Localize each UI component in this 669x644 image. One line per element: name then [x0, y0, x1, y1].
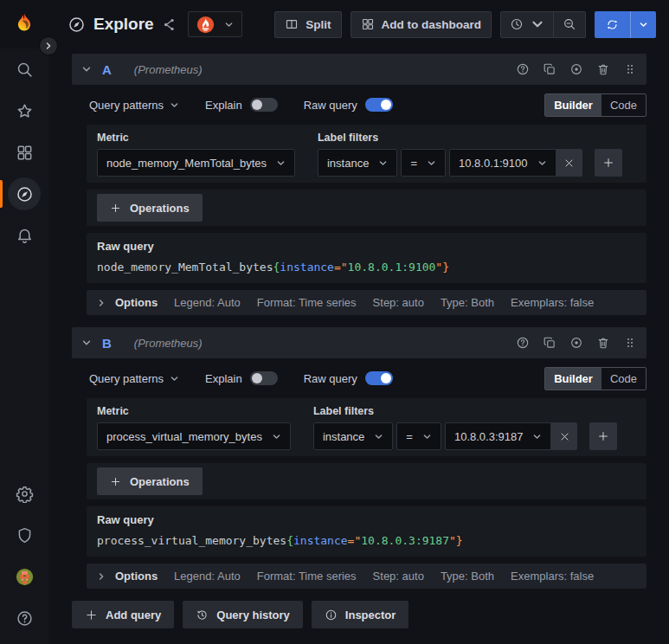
plus-icon — [110, 203, 121, 214]
shield-icon — [16, 526, 34, 544]
remove-filter-button[interactable] — [556, 149, 582, 177]
label-name-select[interactable]: instance — [318, 149, 397, 177]
add-query-button[interactable]: Add query — [72, 601, 174, 628]
builder-mode-tab[interactable]: Builder — [545, 368, 601, 390]
sidebar-item-profile[interactable] — [0, 556, 48, 597]
query-patterns-dropdown[interactable]: Query patterns — [89, 99, 179, 112]
options-type: Type: Both — [441, 296, 494, 309]
options-type: Type: Both — [441, 570, 494, 583]
chevron-down-icon — [170, 374, 179, 383]
options-toggle[interactable]: Options — [97, 570, 158, 583]
columns-icon — [285, 17, 299, 31]
add-filter-button[interactable] — [589, 422, 617, 450]
top-navbar: Explore Split Add to dashboard — [48, 0, 669, 48]
add-operation-button[interactable]: Operations — [97, 194, 203, 222]
time-range-group — [500, 11, 586, 38]
zoom-out-button[interactable] — [553, 12, 585, 37]
trash-icon[interactable] — [596, 62, 610, 76]
chevron-right-icon — [97, 299, 106, 307]
sidebar-item-dashboards[interactable] — [0, 132, 48, 173]
remove-filter-button[interactable] — [551, 422, 577, 450]
query-footer-actions: Add query Query history Inspector — [72, 601, 646, 628]
explain-control: Explain — [205, 98, 278, 112]
copy-icon[interactable] — [543, 336, 556, 350]
chevron-down-icon — [537, 158, 547, 168]
trash-icon[interactable] — [596, 336, 610, 350]
add-to-dashboard-button[interactable]: Add to dashboard — [351, 11, 492, 38]
query-datasource-label: (Prometheus) — [134, 63, 203, 76]
raw-query-text: node_memory_MemTotal_bytes{instance="10.… — [97, 259, 636, 276]
help-circle-icon[interactable] — [516, 336, 530, 350]
chevron-down-icon — [639, 20, 648, 29]
label-operator-select[interactable]: = — [396, 422, 441, 450]
options-format: Format: Time series — [257, 296, 357, 309]
chevron-down-icon — [378, 158, 388, 168]
label-name-select[interactable]: instance — [313, 422, 393, 450]
sidebar-item-explore[interactable] — [0, 173, 48, 215]
chevron-down-icon — [374, 432, 383, 441]
add-filter-button[interactable] — [595, 149, 622, 177]
metric-select[interactable]: node_memory_MemTotal_bytes — [97, 149, 295, 177]
code-mode-tab[interactable]: Code — [601, 368, 646, 390]
raw-query-toggle[interactable] — [365, 98, 393, 112]
plus-icon — [110, 476, 121, 487]
builder-mode-tab[interactable]: Builder — [545, 94, 601, 116]
explain-toggle[interactable] — [250, 371, 278, 385]
run-query-interval-dropdown[interactable] — [630, 11, 656, 38]
sidebar-item-configuration[interactable] — [0, 473, 48, 514]
sidebar-item-help[interactable] — [0, 597, 48, 639]
eye-icon[interactable] — [569, 336, 583, 350]
options-exemplars: Exemplars: false — [511, 296, 594, 309]
raw-query-toggle[interactable] — [365, 371, 393, 385]
share-icon[interactable] — [162, 17, 177, 32]
clock-icon — [510, 17, 524, 31]
copy-icon[interactable] — [543, 62, 556, 76]
options-toggle[interactable]: Options — [97, 296, 158, 309]
query-b-header: B (Prometheus) — [72, 327, 646, 358]
query-b-operations-panel: Operations — [87, 463, 646, 499]
chevron-down-icon — [531, 17, 544, 31]
time-picker-button[interactable] — [501, 12, 553, 37]
label-filters-field: Label filters instance = — [318, 132, 622, 177]
query-history-button[interactable]: Query history — [183, 601, 303, 628]
label-operator-select[interactable]: = — [401, 149, 446, 177]
apps-icon — [16, 144, 34, 162]
page-title: Explore — [93, 15, 154, 34]
bell-icon — [16, 227, 34, 245]
explain-toggle[interactable] — [250, 98, 278, 112]
sidebar-item-alerting[interactable] — [0, 215, 48, 256]
drag-handle-icon[interactable] — [623, 336, 637, 350]
info-circle-icon — [325, 609, 338, 621]
metric-select[interactable]: process_virtual_memory_bytes — [97, 422, 291, 450]
split-button[interactable]: Split — [274, 11, 341, 38]
eye-icon[interactable] — [569, 62, 583, 76]
label-value-select[interactable]: 10.8.0.3:9187 — [445, 422, 552, 450]
chevron-down-icon — [427, 158, 436, 168]
sidebar-item-starred[interactable] — [0, 90, 48, 132]
collapse-chevron-icon[interactable] — [81, 338, 92, 348]
sidebar-item-server-admin[interactable] — [0, 514, 48, 556]
options-legend: Legend: Auto — [174, 570, 241, 583]
datasource-picker[interactable] — [188, 11, 242, 37]
label-value-select[interactable]: 10.8.0.1:9100 — [449, 149, 556, 177]
avatar — [14, 566, 35, 587]
sidebar-item-search[interactable] — [0, 48, 48, 90]
main-area: Explore Split Add to dashboard — [48, 0, 669, 644]
drag-handle-icon[interactable] — [623, 62, 637, 76]
add-operation-button[interactable]: Operations — [97, 467, 203, 495]
query-patterns-dropdown[interactable]: Query patterns — [89, 372, 179, 385]
code-mode-tab[interactable]: Code — [601, 94, 646, 116]
help-circle-icon[interactable] — [516, 62, 530, 76]
run-query-button[interactable] — [595, 11, 630, 38]
collapse-chevron-icon[interactable] — [81, 64, 92, 74]
query-b-options-bar: Options Legend: Auto Format: Time series… — [87, 564, 646, 589]
run-query-split-button — [595, 11, 656, 38]
options-format: Format: Time series — [257, 570, 357, 583]
chevron-down-icon — [224, 20, 234, 29]
query-a-body: Query patterns Explain Raw query Bu — [87, 85, 646, 315]
inspector-button[interactable]: Inspector — [312, 601, 409, 628]
sidebar-expand-button[interactable] — [39, 36, 58, 55]
explain-control: Explain — [205, 371, 278, 385]
plus-icon — [602, 157, 614, 169]
raw-query-text: process_virtual_memory_bytes{instance="1… — [97, 532, 636, 550]
